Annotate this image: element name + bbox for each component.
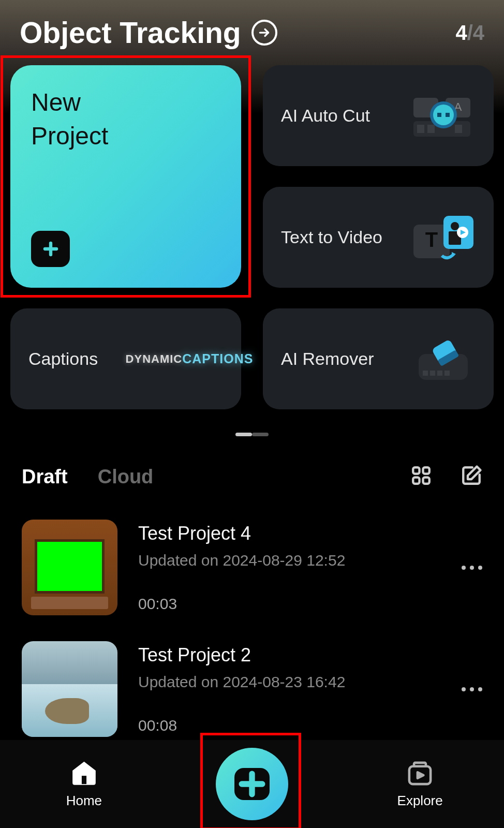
highlight-new-project: New Project — [1, 55, 251, 298]
svg-rect-8 — [427, 125, 435, 133]
captions-label: Captions — [28, 349, 98, 369]
captions-card[interactable]: Captions DYNAMIC CAPTIONS — [10, 308, 241, 409]
header-actions — [410, 465, 482, 489]
svg-rect-26 — [444, 371, 450, 376]
pagination-dots — [0, 433, 504, 436]
draft-item[interactable]: Test Project 4 Updated on 2024-08-29 12:… — [22, 520, 482, 615]
ai-remover-label: AI Remover — [281, 349, 374, 369]
ai-auto-cut-label: AI Auto Cut — [281, 106, 370, 126]
svg-rect-7 — [417, 125, 424, 133]
text-to-video-icon: T — [408, 212, 476, 263]
ai-auto-cut-card[interactable]: AI Auto Cut A — [263, 65, 494, 166]
captions-icon: DYNAMIC CAPTIONS — [156, 333, 223, 385]
nav-explore[interactable]: Explore — [368, 759, 472, 809]
new-project-card[interactable]: New Project — [10, 65, 241, 288]
ai-remover-card[interactable]: AI Remover — [263, 308, 494, 409]
svg-rect-29 — [413, 467, 419, 474]
page-title: Object Tracking — [20, 16, 241, 50]
svg-rect-30 — [423, 467, 429, 474]
draft-item[interactable]: Test Project 2 Updated on 2024-08-23 16:… — [22, 641, 482, 737]
draft-title: Test Project 2 — [138, 644, 482, 666]
edit-icon[interactable] — [461, 465, 482, 489]
more-options-icon[interactable] — [462, 566, 482, 570]
svg-rect-32 — [423, 478, 429, 484]
nav-explore-label: Explore — [397, 793, 443, 809]
features-grid: New Project AI Auto Cut A — [0, 65, 504, 409]
svg-point-17 — [451, 222, 459, 230]
ai-auto-cut-icon: A — [408, 90, 476, 142]
tab-cloud[interactable]: Cloud — [98, 466, 154, 488]
nav-home-label: Home — [66, 793, 102, 809]
text-to-video-card[interactable]: Text to Video T — [263, 187, 494, 288]
page-indicator: 4/4 — [455, 21, 484, 45]
arrow-right-circle-icon[interactable] — [251, 20, 277, 46]
header: Object Tracking 4/4 — [0, 0, 504, 60]
highlight-add-button — [200, 733, 301, 828]
svg-rect-24 — [430, 371, 435, 376]
draft-thumbnail — [22, 641, 117, 737]
svg-text:T: T — [425, 228, 438, 251]
plus-icon — [31, 231, 70, 267]
svg-rect-25 — [437, 371, 442, 376]
page-total: 4 — [473, 21, 484, 44]
svg-rect-12 — [437, 113, 441, 117]
draft-info: Test Project 4 Updated on 2024-08-29 12:… — [138, 523, 482, 613]
dot-active — [235, 433, 252, 436]
more-options-icon[interactable] — [462, 687, 482, 691]
draft-info: Test Project 2 Updated on 2024-08-23 16:… — [138, 644, 482, 734]
new-project-label: New Project — [31, 86, 220, 153]
draft-duration: 00:03 — [138, 595, 482, 613]
tab-draft[interactable]: Draft — [22, 466, 68, 488]
explore-icon — [406, 759, 434, 788]
svg-point-11 — [433, 105, 454, 125]
ai-remover-icon — [408, 333, 476, 385]
svg-rect-31 — [413, 478, 419, 484]
svg-rect-9 — [455, 125, 462, 133]
svg-marker-21 — [452, 252, 456, 257]
text-to-video-label: Text to Video — [281, 227, 382, 247]
home-icon — [70, 759, 98, 788]
draft-title: Test Project 4 — [138, 523, 482, 544]
draft-list: Test Project 4 Updated on 2024-08-29 12:… — [0, 504, 504, 737]
nav-home[interactable]: Home — [32, 759, 136, 809]
page-current: 4 — [455, 21, 467, 44]
svg-rect-23 — [423, 371, 428, 376]
drafts-header: Draft Cloud — [0, 436, 504, 504]
nav-add[interactable] — [200, 740, 304, 828]
header-title-group[interactable]: Object Tracking — [20, 16, 277, 50]
svg-rect-13 — [446, 113, 450, 117]
bottom-nav: Home Explore — [0, 740, 504, 828]
draft-updated: Updated on 2024-08-29 12:52 — [138, 552, 482, 569]
grid-view-icon[interactable] — [410, 465, 432, 489]
dot-inactive — [252, 433, 269, 436]
draft-thumbnail — [22, 520, 117, 615]
draft-duration: 00:08 — [138, 717, 482, 734]
svg-marker-36 — [418, 772, 423, 778]
tabs: Draft Cloud — [22, 466, 153, 488]
draft-updated: Updated on 2024-08-23 16:42 — [138, 673, 482, 691]
